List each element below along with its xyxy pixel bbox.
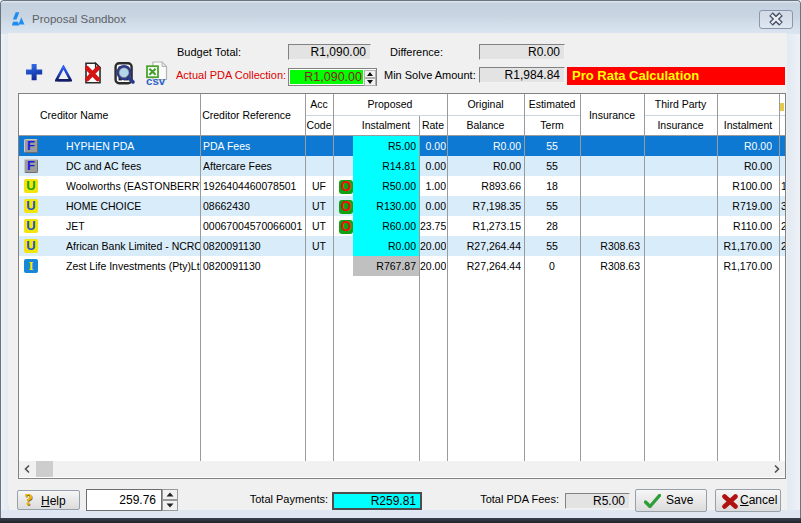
svg-text:csv: csv [146,75,166,86]
